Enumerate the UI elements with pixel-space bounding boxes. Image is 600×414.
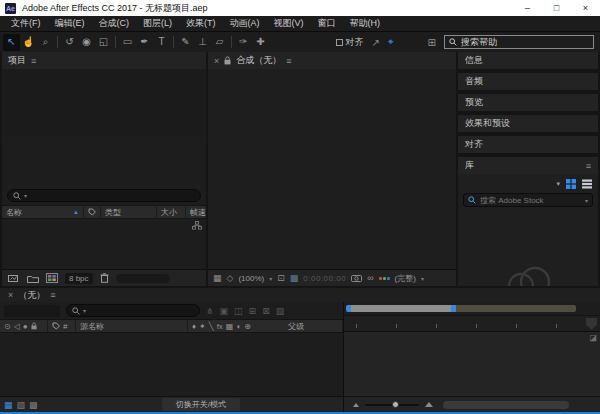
comp-marker-bin[interactable]: [586, 318, 597, 330]
frame-blend-switch-icon[interactable]: ▦: [226, 322, 234, 331]
stock-search-box[interactable]: ▾: [463, 193, 593, 207]
parent-column[interactable]: 父级: [284, 320, 343, 332]
chevron-down-icon[interactable]: ▾: [269, 275, 272, 282]
tab-timeline[interactable]: （无）: [18, 289, 45, 302]
type-tool-icon[interactable]: T: [153, 34, 170, 51]
menu-animation[interactable]: 动画(A): [223, 17, 267, 30]
menu-file[interactable]: 文件(F): [4, 17, 48, 30]
chevron-down-icon[interactable]: ▾: [585, 197, 588, 204]
maximize-button[interactable]: □: [542, 0, 571, 16]
hand-tool-icon[interactable]: ☝: [20, 34, 37, 51]
timeline-track-area[interactable]: ◪: [344, 332, 600, 396]
eraser-tool-icon[interactable]: ▱: [211, 34, 228, 51]
column-frame-rate[interactable]: 帧速率: [186, 206, 206, 218]
frame-blending-icon[interactable]: ⊞: [249, 306, 257, 316]
transparency-grid-icon[interactable]: ▩: [290, 273, 299, 283]
toggle-switches-pane-icon[interactable]: ▦: [4, 400, 13, 410]
tab-libraries[interactable]: 库: [465, 159, 474, 172]
library-dropdown-icon[interactable]: ▾: [556, 180, 560, 188]
horizontal-scrollbar[interactable]: [443, 401, 569, 409]
camera-tool-icon[interactable]: ◉: [78, 34, 95, 51]
panel-menu-icon[interactable]: ≡: [286, 56, 291, 66]
stock-search-input[interactable]: [480, 196, 581, 205]
region-of-interest-icon[interactable]: ⊡: [277, 273, 285, 283]
graph-editor-icon[interactable]: ▨: [276, 306, 285, 316]
target-view-icon[interactable]: ⌖: [388, 36, 394, 48]
menu-window[interactable]: 窗口: [311, 17, 343, 30]
rotation-tool-icon[interactable]: ↺: [61, 34, 78, 51]
menu-view[interactable]: 视图(V): [267, 17, 311, 30]
puppet-pin-tool-icon[interactable]: ✚: [252, 34, 269, 51]
menu-help[interactable]: 帮助(H): [343, 17, 388, 30]
time-ruler[interactable]: [344, 315, 600, 332]
timeline-layer-list[interactable]: [0, 333, 343, 396]
chevron-down-icon[interactable]: ▾: [421, 275, 424, 282]
menu-layer[interactable]: 图层(L): [136, 17, 179, 30]
brush-tool-icon[interactable]: ✎: [177, 34, 194, 51]
effects-switch-icon[interactable]: fx: [217, 322, 223, 331]
close-tab-icon[interactable]: ×: [214, 56, 219, 66]
draft-3d-icon[interactable]: ▣: [220, 306, 229, 316]
panel-preview[interactable]: 预览: [458, 94, 598, 111]
motion-blur-icon[interactable]: ⊠: [262, 306, 270, 316]
new-folder-icon[interactable]: [27, 274, 39, 283]
layer-number-column[interactable]: #: [63, 322, 67, 331]
source-name-column[interactable]: 源名称: [76, 320, 188, 332]
zoom-in-icon[interactable]: [425, 402, 433, 407]
grid-view-icon[interactable]: [566, 179, 576, 189]
column-label-color[interactable]: [84, 206, 101, 218]
mask-visibility-icon[interactable]: ◇: [227, 273, 234, 283]
pan-behind-tool-icon[interactable]: ◱: [95, 34, 112, 51]
project-item-list[interactable]: [2, 219, 206, 269]
menu-edit[interactable]: 编辑(E): [48, 17, 92, 30]
timeline-zoom-scrollbar[interactable]: [346, 305, 576, 312]
snap-checkbox[interactable]: [336, 39, 343, 46]
minimize-button[interactable]: –: [513, 0, 542, 16]
scrollbar-thumb[interactable]: [351, 305, 451, 312]
project-footer-scrollbar[interactable]: [116, 274, 170, 283]
shy-switch-icon[interactable]: ♦: [192, 322, 196, 331]
panel-menu-icon[interactable]: ≡: [50, 290, 55, 300]
roto-brush-tool-icon[interactable]: ✑: [235, 34, 252, 51]
column-name[interactable]: 名称 ▲: [2, 206, 84, 218]
zoom-out-icon[interactable]: [353, 403, 359, 407]
close-button[interactable]: ×: [571, 0, 600, 16]
tag-icon[interactable]: [52, 322, 60, 330]
column-type[interactable]: 类型: [101, 206, 157, 218]
timeline-search-input[interactable]: ▾: [66, 304, 200, 317]
panel-menu-icon[interactable]: ≡: [586, 161, 591, 171]
menu-composition[interactable]: 合成(C): [92, 17, 137, 30]
clone-stamp-tool-icon[interactable]: ⊥: [194, 34, 211, 51]
motion-blur-switch-icon[interactable]: ◐: [236, 322, 241, 331]
toggle-transfer-pane-icon[interactable]: ▧: [17, 400, 26, 410]
zoom-slider-handle[interactable]: [392, 401, 399, 408]
project-flowchart-icon[interactable]: [192, 221, 202, 230]
close-tab-icon[interactable]: ×: [8, 290, 13, 300]
snapshot-camera-icon[interactable]: [351, 274, 362, 282]
3d-switch-icon[interactable]: ⊕: [244, 322, 251, 331]
column-size[interactable]: 大小: [157, 206, 186, 218]
audio-icon[interactable]: ◁: [14, 322, 20, 331]
selection-tool-icon[interactable]: ↖: [3, 34, 20, 51]
lock-icon[interactable]: [224, 56, 231, 65]
quality-switch-icon[interactable]: ╲: [209, 322, 214, 331]
menu-effect[interactable]: 效果(T): [179, 17, 223, 30]
axis-mode-icon[interactable]: ↗: [372, 37, 380, 48]
project-search-input[interactable]: ▾: [7, 189, 201, 202]
tab-composition[interactable]: 合成（无）: [236, 54, 281, 67]
collapse-switch-icon[interactable]: ✦: [199, 322, 206, 331]
show-snapshot-icon[interactable]: ∞: [367, 273, 373, 283]
search-options-icon[interactable]: ▾: [83, 307, 86, 314]
hide-shy-layers-icon[interactable]: ◫: [234, 306, 243, 316]
timecode-display[interactable]: 0:00:00:00: [303, 274, 346, 283]
search-options-icon[interactable]: ▾: [24, 192, 27, 199]
composition-viewer[interactable]: [208, 69, 456, 269]
solo-icon[interactable]: ●: [23, 322, 28, 331]
timeline-zoom-slider[interactable]: [365, 404, 419, 406]
help-search-input[interactable]: [461, 37, 589, 47]
panel-audio[interactable]: 音频: [458, 73, 598, 90]
mini-flowchart-icon[interactable]: ⋔: [206, 306, 214, 316]
workspace-icon[interactable]: ⊞: [428, 37, 436, 48]
panel-info[interactable]: 信息: [458, 52, 598, 69]
magnification-dropdown[interactable]: (100%): [238, 274, 264, 283]
